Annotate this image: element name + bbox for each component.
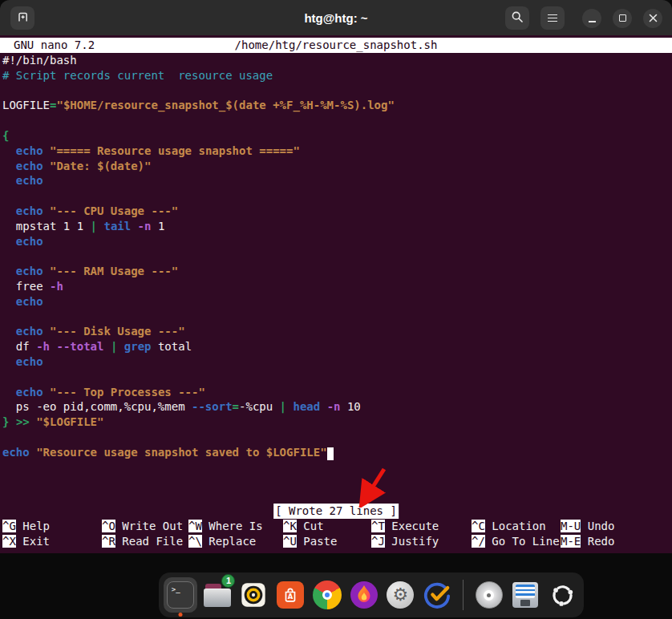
- code-token: -n: [327, 400, 341, 413]
- nano-shortcut-read-file: ^R Read File: [102, 534, 188, 549]
- nano-status-message: [ Wrote 27 lines ]: [273, 504, 399, 519]
- code-token: [2, 235, 16, 248]
- search-icon: [511, 10, 524, 26]
- nano-shortcut-help: ^G Help: [2, 519, 102, 534]
- code-token: >>: [16, 415, 30, 428]
- code-line: echo "--- RAM Usage ---": [2, 264, 672, 279]
- nano-shortcut-undo: M-U Undo: [561, 519, 672, 534]
- dock-item-rhythmbox[interactable]: [237, 577, 270, 613]
- code-token: [43, 325, 50, 338]
- shortcut-key: ^X: [2, 535, 16, 548]
- dock-item-chrome[interactable]: [310, 577, 344, 613]
- code-line: ps -eo pid,comm,%cpu,%mem --sort=-%cpu |…: [2, 399, 672, 415]
- dock-item-ubuntu-logo[interactable]: [545, 577, 579, 613]
- code-line: [2, 310, 672, 325]
- code-line: free -h: [2, 279, 672, 294]
- shortcut-key: ^K: [283, 520, 297, 532]
- nano-edit-buffer[interactable]: #!/bin/bash# Script records current reso…: [2, 53, 672, 460]
- code-token: [30, 446, 36, 459]
- code-token: |: [280, 400, 286, 413]
- shortcut-label: Location: [485, 520, 546, 532]
- search-button[interactable]: [505, 6, 529, 30]
- svg-text:A: A: [288, 593, 293, 601]
- shortcut-label: Write Out: [115, 520, 183, 532]
- code-token: --total: [56, 340, 103, 353]
- code-line: echo: [2, 173, 672, 188]
- code-token: echo: [16, 204, 43, 217]
- code-token: [43, 265, 50, 277]
- code-token: |: [91, 220, 97, 233]
- shortcut-row-2: ^X Exit^R Read File^\ Replace^U Paste^J …: [0, 534, 672, 549]
- ubuntu-logo-icon: [550, 583, 575, 608]
- shortcut-key: ^T: [371, 520, 385, 532]
- code-token: head: [293, 400, 320, 413]
- shortcut-label: Replace: [202, 535, 256, 548]
- code-line: } >> "$LOGFILE": [2, 415, 672, 430]
- code-token: [43, 144, 50, 157]
- menu-button[interactable]: [540, 6, 565, 30]
- shortcut-label: Justify: [385, 535, 439, 548]
- screen: htg@htg: ~: [0, 0, 672, 619]
- minimize-button[interactable]: [582, 9, 601, 28]
- shortcut-key: ^W: [188, 520, 202, 532]
- shortcut-key: ^U: [283, 535, 297, 548]
- close-button[interactable]: [643, 9, 662, 28]
- code-line: [2, 83, 672, 99]
- new-tab-icon: [16, 10, 30, 26]
- maximize-button[interactable]: [613, 9, 632, 28]
- code-token: ps -eo pid,comm,%cpu,%mem: [2, 400, 192, 413]
- app-center-bag-icon: A: [277, 581, 304, 609]
- dock-item-cd-disc[interactable]: [472, 577, 506, 613]
- nano-shortcut-write-out: ^O Write Out: [102, 519, 188, 534]
- nano-shortcut-cut: ^K Cut: [283, 519, 371, 534]
- running-indicator: [178, 613, 182, 617]
- dock-item-check-app[interactable]: [420, 577, 454, 613]
- code-token: echo: [16, 265, 43, 277]
- code-token: [2, 160, 16, 172]
- dock-item-floppy-drive[interactable]: [509, 577, 543, 613]
- shortcut-label: Cut: [297, 520, 324, 532]
- code-line: echo: [2, 234, 672, 249]
- dock-separator: [463, 580, 464, 610]
- code-token: echo: [16, 174, 43, 187]
- nano-shortcut-redo: M-E Redo: [561, 534, 672, 549]
- code-token: echo: [16, 355, 43, 368]
- dock-item-settings[interactable]: ⚙: [383, 577, 417, 613]
- window-title: htg@htg: ~: [304, 11, 367, 25]
- dock-item-terminal[interactable]: >_: [164, 577, 197, 613]
- music-speaker-icon: [241, 582, 266, 608]
- chrome-icon: [313, 581, 342, 609]
- text-cursor: [327, 447, 334, 460]
- code-token: "Date: $(date)": [50, 160, 151, 172]
- code-token: [2, 144, 16, 157]
- terminal-body[interactable]: GNU nano 7.2 /home/htg/resource_snapshot…: [0, 35, 672, 553]
- dock-item-flame-app[interactable]: [347, 577, 381, 613]
- code-token: [117, 340, 123, 353]
- dock-item-files[interactable]: 1: [200, 577, 234, 613]
- new-tab-button[interactable]: [10, 6, 34, 30]
- code-token: [2, 295, 16, 308]
- nano-file-path: /home/htg/resource_snapshot.sh: [0, 38, 672, 53]
- code-line: echo: [2, 294, 672, 310]
- notification-badge: 1: [221, 574, 235, 588]
- code-token: -h: [36, 340, 50, 353]
- code-line: df -h --total | grep total: [2, 339, 672, 354]
- checkmark-app-icon: [423, 581, 451, 609]
- code-line: echo: [2, 354, 672, 370]
- shortcut-label: Go To Line: [485, 535, 560, 548]
- code-token: "--- RAM Usage ---": [50, 265, 178, 277]
- code-token: [43, 204, 50, 217]
- code-line: echo "--- CPU Usage ---": [2, 204, 672, 219]
- code-line: # Script records current resource usage: [2, 68, 672, 83]
- code-token: #!/bin/bash: [2, 54, 77, 67]
- code-token: 1: [151, 220, 164, 233]
- dock-item-app-center[interactable]: A: [273, 577, 307, 613]
- code-token: --sort: [192, 400, 233, 413]
- shortcut-label: Help: [16, 520, 50, 532]
- shortcut-key: ^\: [188, 535, 202, 548]
- code-token: echo: [16, 144, 43, 157]
- code-token: "$LOGFILE": [36, 415, 103, 428]
- terminal-window: htg@htg: ~: [0, 0, 672, 553]
- code-token: mpstat 1 1: [2, 220, 91, 233]
- shortcut-key: ^J: [371, 535, 385, 548]
